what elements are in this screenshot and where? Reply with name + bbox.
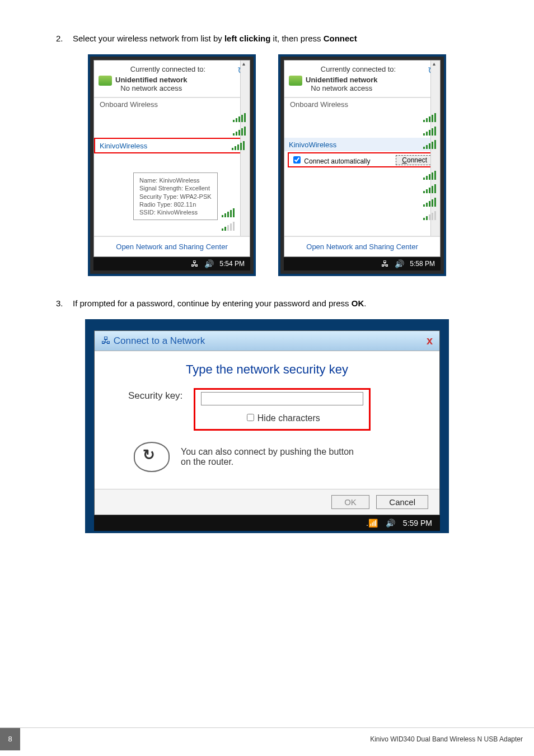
- step-3: 3. If prompted for a password, continue …: [56, 298, 506, 308]
- network-tray-icon[interactable]: 🖧: [191, 259, 199, 268]
- network-flyout-left: ↻ Currently connected to: Unidentified n…: [88, 54, 256, 276]
- step-text: If prompted for a password, continue by …: [73, 298, 366, 308]
- adapter-header[interactable]: Onboard Wireless ˄: [94, 97, 250, 111]
- wifi-item[interactable]: [94, 124, 250, 138]
- security-key-label: Security key:: [128, 388, 182, 402]
- app-icon: 🖧: [101, 335, 111, 346]
- step-number: 2.: [56, 34, 73, 43]
- network-tray-icon[interactable]: .📶: [366, 519, 378, 528]
- volume-tray-icon[interactable]: 🔊: [386, 519, 395, 528]
- step-number: 3.: [56, 298, 73, 308]
- connected-label: Currently connected to:: [289, 65, 435, 73]
- step-text: Select your wireless network from list b…: [73, 34, 357, 43]
- tray-clock[interactable]: 5:59 PM: [403, 519, 432, 528]
- scrollbar[interactable]: [430, 60, 440, 256]
- wifi-item-kinivo[interactable]: KinivoWireless: [284, 138, 440, 151]
- signal-icon: [232, 141, 244, 150]
- network-flyout-right: ↻ Currently connected to: Unidentified n…: [278, 54, 446, 276]
- network-name: Unidentified network: [306, 76, 378, 84]
- connected-label: Currently connected to:: [99, 65, 245, 73]
- footer-product: Kinivo WID340 Dual Band Wireless N USB A…: [370, 735, 523, 743]
- wifi-item-kinivo[interactable]: KinivoWireless: [94, 138, 250, 153]
- open-network-center-link[interactable]: Open Network and Sharing Center: [284, 236, 440, 256]
- connect-button[interactable]: Connect: [396, 155, 433, 165]
- wifi-item[interactable]: [284, 169, 440, 182]
- security-key-input[interactable]: [201, 392, 363, 405]
- connect-row: Connect automatically Connect: [288, 152, 437, 167]
- wifi-item[interactable]: [217, 206, 238, 220]
- page-footer: 8 Kinivo WID340 Dual Band Wireless N USB…: [0, 727, 534, 750]
- system-tray: .📶 🔊 5:59 PM: [94, 515, 440, 531]
- wifi-item[interactable]: [284, 195, 440, 209]
- connect-auto-checkbox[interactable]: Connect automatically: [291, 155, 370, 165]
- wifi-item[interactable]: [284, 209, 440, 222]
- security-key-group: Hide characters: [194, 388, 371, 431]
- step-2: 2. Select your wireless network from lis…: [56, 34, 506, 43]
- network-name: Unidentified network: [115, 76, 188, 84]
- wifi-item[interactable]: [217, 220, 238, 233]
- signal-icon: [423, 140, 435, 149]
- dialog-titlebar: 🖧 Connect to a Network x: [95, 331, 439, 351]
- system-tray: 🖧 🔊 5:54 PM: [93, 257, 250, 270]
- volume-tray-icon[interactable]: 🔊: [204, 259, 214, 268]
- tray-clock[interactable]: 5:54 PM: [219, 260, 245, 268]
- tray-clock[interactable]: 5:58 PM: [410, 260, 435, 268]
- ok-button[interactable]: OK: [331, 495, 369, 509]
- wifi-item[interactable]: [284, 124, 440, 138]
- wifi-item[interactable]: [284, 111, 440, 124]
- volume-tray-icon[interactable]: 🔊: [395, 259, 404, 268]
- scrollbar[interactable]: [240, 60, 250, 256]
- wps-router-icon: [134, 442, 170, 472]
- cancel-button[interactable]: Cancel: [376, 495, 428, 509]
- system-tray: 🖧 🔊 5:58 PM: [284, 257, 441, 270]
- network-tooltip: Name: KinivoWireless Signal Strength: Ex…: [133, 172, 218, 220]
- close-icon[interactable]: x: [427, 334, 433, 347]
- network-tray-icon[interactable]: 🖧: [381, 259, 389, 268]
- wps-hint: You can also connect by pushing the butt…: [181, 447, 360, 467]
- network-status-icon: [289, 76, 302, 86]
- network-access: No network access: [311, 84, 372, 92]
- connect-dialog-frame: 🖧 Connect to a Network x Type the networ…: [85, 319, 449, 533]
- network-status-icon: [99, 76, 112, 86]
- network-access: No network access: [120, 84, 182, 92]
- hide-characters-checkbox[interactable]: Hide characters: [201, 412, 363, 423]
- wifi-item[interactable]: [94, 111, 250, 124]
- dialog-heading: Type the network security key: [111, 362, 423, 377]
- wifi-item[interactable]: [284, 182, 440, 195]
- open-network-center-link[interactable]: Open Network and Sharing Center: [94, 236, 250, 256]
- adapter-header[interactable]: Onboard Wireless ˄: [284, 97, 440, 111]
- page-number: 8: [0, 728, 20, 750]
